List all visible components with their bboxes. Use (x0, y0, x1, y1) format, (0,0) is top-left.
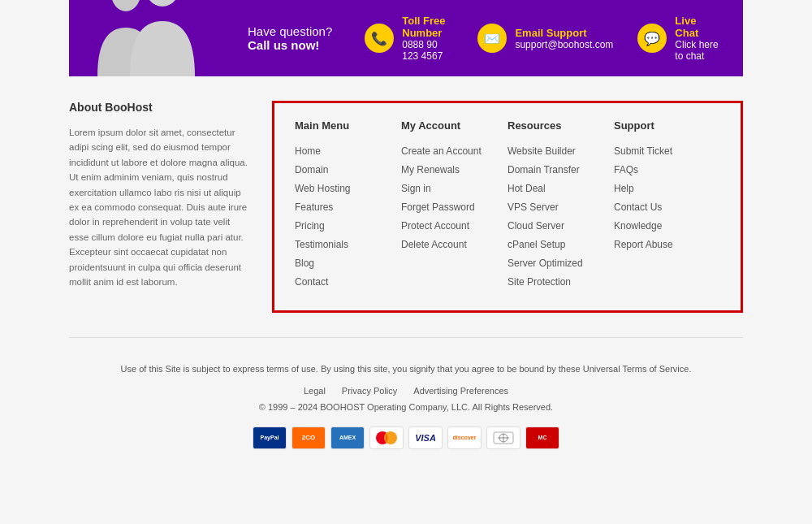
chat-icon: 💬 (637, 24, 667, 53)
discover-icon: discover (447, 427, 482, 449)
main-menu-column: Main Menu Home Domain Web Hosting Featur… (295, 119, 401, 294)
email-support-item: ✉️ Email Support support@boohost.com (477, 24, 613, 53)
amex-icon: AMEX (330, 427, 365, 449)
banner-question: Have question? Call us now! (248, 24, 332, 52)
list-item: Blog (295, 257, 401, 269)
main-menu-list: Home Domain Web Hosting Features Pricing… (295, 145, 401, 288)
email-text: Email Support support@boohost.com (515, 27, 613, 50)
support-heading: Support (614, 119, 720, 132)
list-item: Delete Account (401, 238, 508, 250)
list-item: Hot Deal (508, 182, 614, 194)
menu-box: Main Menu Home Domain Web Hosting Featur… (272, 101, 743, 313)
list-item: Domain Transfer (508, 163, 614, 175)
advertising-link[interactable]: Advertising Preferences (413, 386, 508, 396)
resources-heading: Resources (508, 119, 614, 132)
my-account-column: My Account Create an Account My Renewals… (401, 119, 508, 294)
banner-contact-items: 📞 Toll Free Number 0888 90 123 4567 ✉️ E… (365, 15, 719, 62)
list-item: Testimonials (295, 238, 401, 250)
live-chat-item[interactable]: 💬 Live Chat Click here to chat (637, 15, 719, 62)
list-item: Submit Ticket (614, 145, 720, 157)
email-icon: ✉️ (477, 24, 507, 53)
section-divider (69, 337, 743, 338)
list-item: Site Protection (508, 275, 614, 288)
list-item: VPS Server (508, 201, 614, 213)
header-banner: Have question? Call us now! 📞 Toll Free … (69, 0, 743, 76)
list-item: Home (295, 145, 401, 157)
list-item: Sign in (401, 182, 508, 194)
footer-links: Legal Privacy Policy Advertising Prefere… (69, 386, 743, 396)
svg-point-0 (111, 0, 140, 11)
svg-point-1 (145, 0, 180, 6)
list-item: Domain (295, 163, 401, 175)
legal-link[interactable]: Legal (304, 386, 326, 396)
list-item: Features (295, 201, 401, 213)
generic-payment-icon-2: MC (525, 427, 559, 449)
list-item: Website Builder (508, 145, 614, 157)
footer-copyright: © 1999 – 2024 BOOHOST Operating Company,… (69, 402, 743, 412)
footer-tos: Use of this Site is subject to express t… (69, 362, 743, 376)
list-item: Pricing (295, 219, 401, 232)
list-item: cPanel Setup (508, 238, 614, 250)
live-chat-text: Live Chat Click here to chat (675, 15, 719, 62)
list-item: Web Hosting (295, 182, 401, 194)
resources-list: Website Builder Domain Transfer Hot Deal… (508, 145, 614, 288)
main-menu-heading: Main Menu (295, 119, 401, 132)
menu-columns: Main Menu Home Domain Web Hosting Featur… (295, 119, 720, 294)
list-item: Contact Us (614, 201, 720, 213)
mastercard-icon (369, 427, 404, 449)
my-account-list: Create an Account My Renewals Sign in Fo… (401, 145, 508, 250)
list-item: Knowledge (614, 219, 720, 232)
list-item: My Renewals (401, 163, 508, 175)
2co-icon: 2CO (292, 427, 326, 449)
list-item: Cloud Server (508, 219, 614, 232)
payment-icons: PayPal 2CO AMEX VISA discover MC (69, 427, 743, 449)
list-item: Contact (295, 275, 401, 288)
list-item: Help (614, 182, 720, 194)
footer: Use of this Site is subject to express t… (0, 354, 812, 466)
about-title: About BooHost (69, 101, 248, 114)
toll-free-item: 📞 Toll Free Number 0888 90 123 4567 (365, 15, 453, 62)
my-account-heading: My Account (401, 119, 508, 132)
list-item: Forget Password (401, 201, 508, 213)
list-item: Protect Account (401, 219, 508, 232)
paypal-icon: PayPal (253, 427, 287, 449)
support-column: Support Submit Ticket FAQs Help Contact … (614, 119, 720, 294)
silhouette-icon (69, 0, 215, 76)
generic-payment-icon-1 (486, 427, 520, 449)
list-item: Report Abuse (614, 238, 720, 250)
main-content: About BooHost Lorem ipsum dolor sit amet… (69, 101, 743, 313)
about-body: Lorem ipsum dolor sit amet, consectetur … (69, 125, 248, 289)
privacy-link[interactable]: Privacy Policy (342, 386, 397, 396)
list-item: Create an Account (401, 145, 508, 157)
resources-column: Resources Website Builder Domain Transfe… (508, 119, 614, 294)
visa-icon: VISA (408, 427, 443, 449)
toll-free-text: Toll Free Number 0888 90 123 4567 (402, 15, 453, 62)
phone-icon: 📞 (365, 24, 394, 53)
support-list: Submit Ticket FAQs Help Contact Us Knowl… (614, 145, 720, 250)
list-item: Server Optimized (508, 257, 614, 269)
list-item: FAQs (614, 163, 720, 175)
about-section: About BooHost Lorem ipsum dolor sit amet… (69, 101, 248, 289)
